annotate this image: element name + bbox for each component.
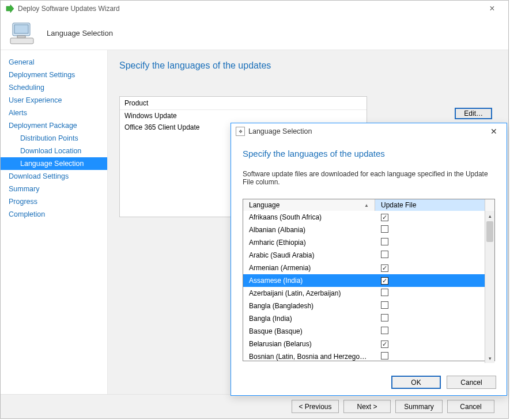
update-file-checkbox[interactable] [381,289,388,296]
language-row[interactable]: Belarusian (Belarus)✓ [243,338,485,350]
language-name: Arabic (Saudi Arabia) [243,251,375,259]
update-file-cell [375,225,485,234]
column-update-file-label: Update File [381,201,416,209]
edit-button[interactable]: Edit… [455,108,492,119]
language-selection-dialog: ❖ Language Selection ✕ Specify the langu… [231,123,507,396]
language-name: Bangla (Bangladesh) [243,302,375,310]
dialog-heading: Specify the languages of the updates [243,149,495,158]
language-rows-wrap: Afrikaans (South Africa)✓Albanian (Alban… [243,211,494,363]
column-language[interactable]: Language ▲ [243,199,375,211]
svg-rect-2 [14,25,28,33]
scroll-down-icon[interactable]: ▾ [485,353,494,363]
sidebar-item-alerts[interactable]: Alerts [1,107,107,119]
sidebar-item-progress[interactable]: Progress [1,195,107,208]
dialog-footer: OK Cancel [231,369,507,395]
language-name: Amharic (Ethiopia) [243,239,375,247]
wizard-footer: < Previous Next > Summary Cancel [1,394,508,418]
dialog-ok-button[interactable]: OK [391,376,441,389]
sidebar-item-deployment-settings[interactable]: Deployment Settings [1,69,107,81]
update-file-cell [375,314,485,323]
vertical-scrollbar[interactable]: ▴ ▾ [485,211,494,363]
language-row[interactable]: Bangla (India) [243,312,485,325]
update-file-checkbox[interactable] [381,352,388,360]
language-row[interactable]: Arabic (Saudi Arabia) [243,249,485,262]
titlebar: Deploy Software Updates Wizard × [1,1,508,17]
update-file-cell [375,301,485,311]
previous-button[interactable]: < Previous [292,400,339,413]
svg-marker-0 [6,5,14,13]
dialog-close-icon[interactable]: ✕ [486,127,502,136]
sidebar-item-summary[interactable]: Summary [1,183,107,195]
update-file-cell [375,352,485,361]
language-row[interactable]: Amharic (Ethiopia) [243,236,485,249]
window-title: Deploy Software Updates Wizard [18,5,481,13]
page-title: Language Selection [47,29,113,37]
language-name: Bangla (India) [243,315,375,323]
update-file-cell [375,251,485,260]
update-file-checkbox[interactable]: ✓ [381,340,388,348]
column-update-file[interactable]: Update File [375,199,485,211]
scroll-header-gap [485,199,494,211]
language-table-header: Language ▲ Update File [243,199,494,211]
update-file-checkbox[interactable] [381,238,388,245]
computer-icon [9,20,36,47]
update-file-checkbox[interactable] [381,251,388,258]
sidebar-item-general[interactable]: General [1,56,107,69]
update-file-checkbox[interactable] [381,225,388,233]
dialog-title: Language Selection [248,127,486,135]
dialog-explanation: Software update files are downloaded for… [243,170,495,186]
update-file-checkbox[interactable] [381,327,388,334]
language-row[interactable]: Bosnian (Latin, Bosnia and Herzegovina) [243,350,485,363]
language-row[interactable]: Afrikaans (South Africa)✓ [243,211,485,224]
language-row[interactable]: Assamese (India)✓ [243,274,485,287]
update-file-cell: ✓ [375,340,485,348]
sidebar-item-language-selection[interactable]: Language Selection [1,157,107,170]
update-file-checkbox[interactable]: ✓ [381,277,388,285]
window-close-icon[interactable]: × [481,3,504,14]
language-name: Armenian (Armenia) [243,264,375,272]
svg-rect-3 [17,36,25,38]
language-name: Bosnian (Latin, Bosnia and Herzegovina) [243,353,375,361]
update-file-checkbox[interactable] [381,314,388,321]
update-file-cell: ✓ [375,264,485,272]
sidebar-item-download-settings[interactable]: Download Settings [1,170,107,183]
language-row[interactable]: Armenian (Armenia)✓ [243,262,485,274]
sidebar-item-scheduling[interactable]: Scheduling [1,81,107,94]
scroll-thumb[interactable] [486,221,493,242]
language-row[interactable]: Bangla (Bangladesh) [243,300,485,312]
sidebar-item-distribution-points[interactable]: Distribution Points [1,132,107,145]
sidebar-item-completion[interactable]: Completion [1,208,107,221]
language-row[interactable]: Azerbaijani (Latin, Azerbaijan) [243,287,485,300]
language-name: Basque (Basque) [243,327,375,335]
sidebar-item-download-location[interactable]: Download Location [1,145,107,157]
update-file-cell [375,289,485,298]
scroll-up-icon[interactable]: ▴ [485,211,494,221]
language-name: Albanian (Albania) [243,226,375,234]
wizard-window: Deploy Software Updates Wizard × Languag… [0,0,509,419]
cancel-button[interactable]: Cancel [447,400,494,413]
dialog-cancel-button[interactable]: Cancel [447,376,496,389]
dialog-app-icon: ❖ [236,127,245,136]
language-name: Assamese (India) [243,277,375,285]
product-row[interactable]: Windows Update [120,110,367,122]
language-row[interactable]: Albanian (Albania) [243,224,485,236]
next-button[interactable]: Next > [343,400,391,413]
sort-asc-icon: ▲ [364,203,369,208]
update-file-cell [375,327,485,336]
sidebar-item-deployment-package[interactable]: Deployment Package [1,119,107,132]
language-rows: Afrikaans (South Africa)✓Albanian (Alban… [243,211,485,363]
summary-button[interactable]: Summary [395,400,443,413]
language-row[interactable]: Basque (Basque) [243,325,485,338]
wizard-sidebar: GeneralDeployment SettingsSchedulingUser… [1,50,108,394]
sidebar-item-user-experience[interactable]: User Experience [1,94,107,107]
dialog-body: Specify the languages of the updates Sof… [231,139,507,369]
wizard-header: Language Selection [1,17,508,50]
language-table: Language ▲ Update File Afrikaans (South … [243,199,495,361]
update-file-checkbox[interactable]: ✓ [381,214,388,221]
update-file-checkbox[interactable] [381,301,388,309]
dialog-titlebar: ❖ Language Selection ✕ [231,123,507,139]
product-column-header[interactable]: Product [120,97,367,110]
update-file-checkbox[interactable]: ✓ [381,264,388,272]
language-name: Azerbaijani (Latin, Azerbaijan) [243,289,375,297]
svg-rect-4 [10,38,33,44]
